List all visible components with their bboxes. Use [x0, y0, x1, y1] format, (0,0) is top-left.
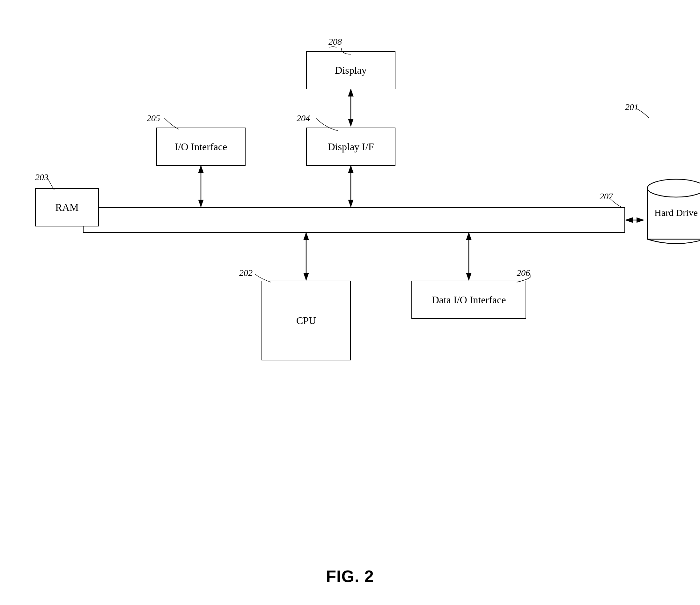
display-box: Display	[306, 51, 396, 89]
ref-202: 202	[239, 268, 253, 278]
ref-205: 205	[147, 113, 160, 123]
display-if-box: Display I/F	[306, 128, 396, 166]
data-io-box: Data I/O Interface	[411, 281, 526, 319]
ref-206: 206	[517, 268, 530, 278]
display-if-label: Display I/F	[328, 141, 374, 153]
fig-caption: FIG. 2	[326, 567, 374, 586]
ram-box: RAM	[35, 188, 99, 226]
ram-label: RAM	[55, 202, 79, 213]
ref-208-curve: ⌒	[328, 45, 338, 57]
display-label: Display	[335, 65, 367, 76]
hard-drive-label: Hard Drive	[644, 207, 700, 218]
cpu-box: CPU	[261, 281, 351, 360]
io-interface-box: I/O Interface	[156, 128, 246, 166]
ref-207: 207	[600, 191, 613, 202]
ref-204: 204	[297, 113, 310, 123]
system-bus	[83, 207, 625, 233]
hard-drive-container: Hard Drive	[644, 175, 700, 252]
data-io-label: Data I/O Interface	[432, 294, 506, 306]
ref-201: 201	[625, 102, 639, 112]
io-interface-label: I/O Interface	[175, 141, 227, 153]
svg-point-10	[647, 179, 700, 197]
diagram-container: Display Display I/F I/O Interface RAM CP…	[19, 19, 681, 573]
cpu-label: CPU	[296, 315, 316, 327]
ref-203: 203	[35, 172, 48, 182]
